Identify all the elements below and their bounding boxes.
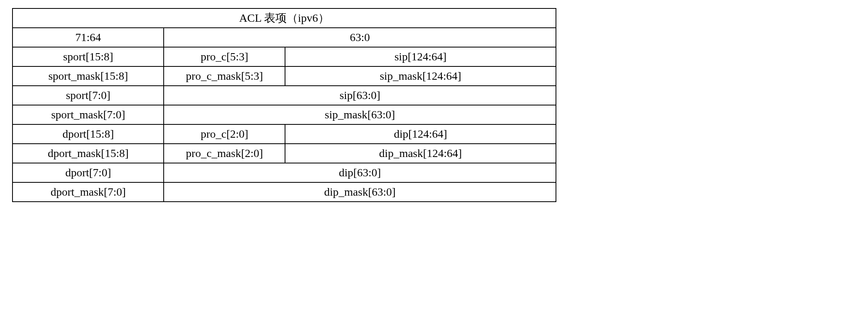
table-row: sport_mask[7:0] sip_mask[63:0] [12,105,556,124]
cell: sport_mask[7:0] [12,105,164,124]
table-row: sport[15:8] pro_c[5:3] sip[124:64] [12,47,556,66]
cell: dport[15:8] [12,124,164,144]
cell: dip[124:64] [285,124,556,144]
cell: pro_c_mask[2:0] [164,144,285,163]
table-row: dport[15:8] pro_c[2:0] dip[124:64] [12,124,556,144]
table-row: sport[7:0] sip[63:0] [12,86,556,105]
header-right: 63:0 [164,28,556,47]
table-row: dport_mask[15:8] pro_c_mask[2:0] dip_mas… [12,144,556,163]
cell: sip_mask[63:0] [164,105,556,124]
table-title: ACL 表项（ipv6） [12,8,556,28]
acl-table: ACL 表项（ipv6） 71:64 63:0 sport[15:8] pro_… [12,8,556,202]
cell: dip[63:0] [164,163,556,182]
cell: dport_mask[7:0] [12,182,164,202]
cell: pro_c[2:0] [164,124,285,144]
cell: sip_mask[124:64] [285,66,556,86]
cell: dport_mask[15:8] [12,144,164,163]
cell: pro_c[5:3] [164,47,285,66]
header-left: 71:64 [12,28,164,47]
cell: dport[7:0] [12,163,164,182]
cell: dip_mask[124:64] [285,144,556,163]
table-row: sport_mask[15:8] pro_c_mask[5:3] sip_mas… [12,66,556,86]
cell: pro_c_mask[5:3] [164,66,285,86]
cell: sport[7:0] [12,86,164,105]
cell: sip[124:64] [285,47,556,66]
table-row: dport_mask[7:0] dip_mask[63:0] [12,182,556,202]
cell: sport[15:8] [12,47,164,66]
cell: dip_mask[63:0] [164,182,556,202]
cell: sip[63:0] [164,86,556,105]
table-row: dport[7:0] dip[63:0] [12,163,556,182]
cell: sport_mask[15:8] [12,66,164,86]
